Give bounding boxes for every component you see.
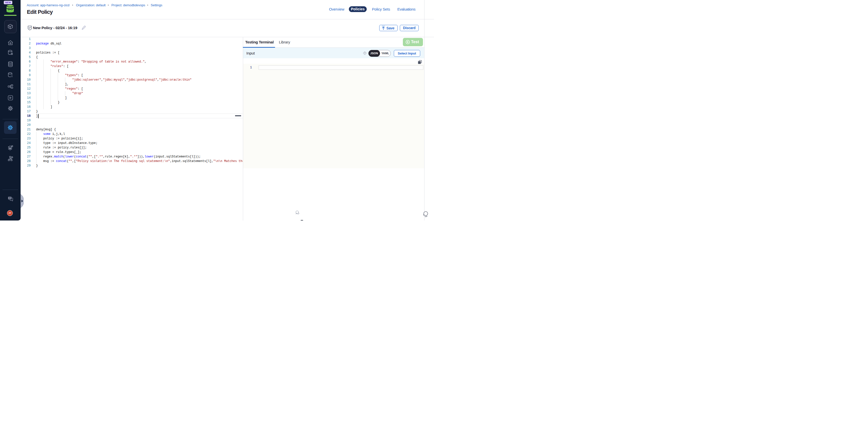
svg-text:?: ? <box>9 197 10 199</box>
svg-text:</>: </> <box>364 53 366 54</box>
